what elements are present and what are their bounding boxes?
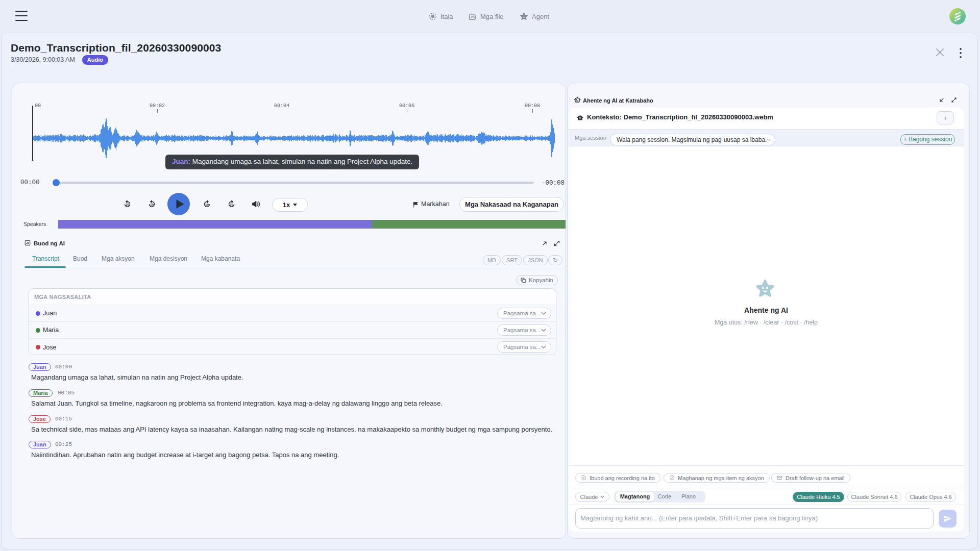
svg-text:30: 30 (126, 203, 129, 206)
svg-text:10: 10 (150, 203, 154, 206)
svg-text:30: 30 (230, 203, 233, 206)
svg-text:10: 10 (205, 203, 209, 206)
